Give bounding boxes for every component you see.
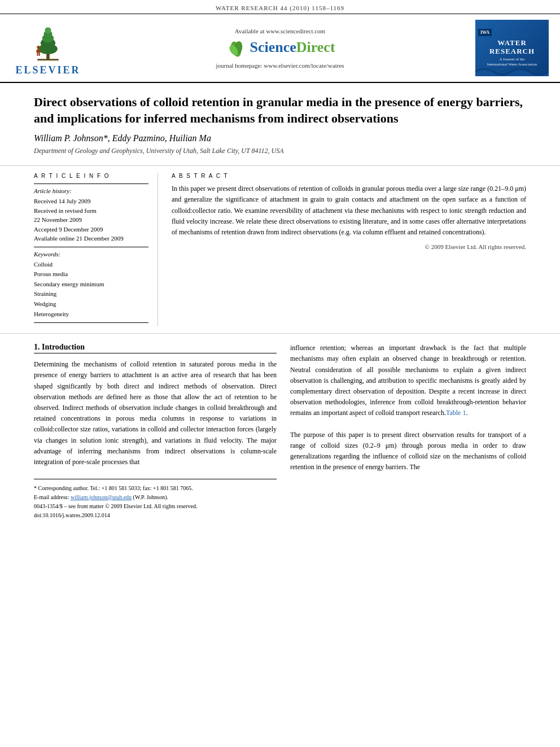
- issn-line: 0043-1354/$ – see front matter © 2009 El…: [34, 502, 277, 511]
- sciencedirect-text: ScienceDirect: [250, 39, 335, 56]
- left-column: 1. Introduction Determining the mechanis…: [34, 343, 277, 520]
- email-label: E-mail address:: [34, 494, 69, 500]
- svg-rect-12: [39, 53, 40, 56]
- email-suffix: (W.P. Johnson).: [133, 494, 168, 500]
- sciencedirect-logo: ScienceDirect: [225, 38, 335, 58]
- keywords-label: Keywords:: [34, 251, 148, 257]
- water-research-logo: IWA WATERRESEARCH A Journal of theIntern…: [475, 20, 549, 76]
- article-info-divider: [34, 184, 148, 184]
- article-info: A R T I C L E I N F O Article history: R…: [34, 173, 158, 326]
- copyright-line: © 2009 Elsevier Ltd. All rights reserved…: [172, 243, 526, 250]
- water-wave-icon: [475, 65, 549, 76]
- available-at-text: Available at www.sciencedirect.com: [235, 28, 325, 34]
- paper-affiliation: Department of Geology and Geophysics, Un…: [34, 147, 526, 155]
- revised-date: 22 November 2009: [34, 215, 148, 225]
- intro-right-text: influence retention; whereas an importan…: [290, 343, 526, 473]
- journal-citation: WATER RESEARCH 44 (2010) 1158–1169: [216, 5, 344, 11]
- accepted-date: Accepted 9 December 2009: [34, 225, 148, 234]
- paper-title-section: Direct observations of colloid retention…: [0, 83, 560, 166]
- svg-rect-11: [37, 53, 38, 56]
- article-history-label: Article history:: [34, 187, 148, 194]
- corresponding-note: * Corresponding author. Tel.: +1 801 581…: [34, 484, 277, 493]
- received-date: Received 14 July 2009: [34, 196, 148, 206]
- svg-rect-9: [36, 50, 38, 53]
- sciencedirect-leaf-icon: [225, 38, 247, 58]
- section-number: 1.: [34, 343, 40, 351]
- journal-homepage-text: journal homepage: www.elsevier.com/locat…: [216, 62, 344, 69]
- paper-title: Direct observations of colloid retention…: [34, 94, 526, 126]
- keyword-2: Porous media: [34, 269, 148, 279]
- article-info-title: A R T I C L E I N F O: [34, 173, 148, 179]
- footnote-section: * Corresponding author. Tel.: +1 801 581…: [34, 479, 277, 520]
- paper-authors: William P. Johnson*, Eddy Pazmino, Huili…: [34, 133, 526, 143]
- iwa-badge: IWA: [478, 29, 492, 36]
- keywords-divider: [34, 247, 148, 247]
- svg-point-6: [45, 27, 51, 33]
- right-column: influence retention; whereas an importan…: [290, 343, 526, 520]
- main-content: 1. Introduction Determining the mechanis…: [0, 334, 560, 529]
- abstract-text: In this paper we present direct observat…: [172, 184, 526, 238]
- keyword-4: Straining: [34, 289, 148, 299]
- elsevier-wordmark: ELSEVIER: [15, 64, 80, 76]
- inference-from-text: inference from: [370, 398, 412, 406]
- authors-text: William P. Johnson*, Eddy Pazmino, Huili…: [34, 133, 211, 143]
- keyword-1: Colloid: [34, 260, 148, 270]
- revised-label: Received in revised form: [34, 206, 148, 216]
- svg-rect-1: [37, 59, 59, 60]
- intro-left-text: Determining the mechanisms of colloid re…: [34, 359, 277, 468]
- keywords-list: Colloid Porous media Secondary energy mi…: [34, 260, 148, 320]
- top-banner: ELSEVIER Available at www.sciencedirect.…: [0, 14, 560, 83]
- doi-line: doi:10.1016/j.watres.2009.12.014: [34, 511, 277, 520]
- water-research-title: WATERRESEARCH: [489, 38, 535, 56]
- svg-point-7: [37, 46, 40, 49]
- abstract-title: A B S T R A C T: [172, 173, 526, 179]
- center-banner: Available at www.sciencedirect.com Scien…: [85, 28, 475, 69]
- section-title: Introduction: [42, 343, 85, 351]
- keyword-3: Secondary energy minimum: [34, 279, 148, 290]
- email-line: E-mail address: william.johnson@utah.edu…: [34, 493, 277, 502]
- keyword-6: Heterogeneity: [34, 309, 148, 320]
- bottom-divider: [34, 322, 148, 323]
- svg-rect-10: [39, 50, 41, 53]
- journal-header: WATER RESEARCH 44 (2010) 1158–1169: [0, 0, 560, 14]
- keyword-5: Wedging: [34, 299, 148, 309]
- table1-link[interactable]: Table 1: [446, 409, 466, 417]
- introduction-heading: 1. Introduction: [34, 343, 277, 353]
- elsevier-tree-icon: [20, 20, 76, 62]
- abstract-section: A B S T R A C T In this paper we present…: [172, 173, 526, 326]
- elsevier-logo: ELSEVIER: [11, 20, 85, 76]
- email-address[interactable]: william.johnson@utah.edu: [71, 494, 132, 500]
- available-date: Available online 21 December 2009: [34, 234, 148, 243]
- content-columns: A R T I C L E I N F O Article history: R…: [0, 166, 560, 334]
